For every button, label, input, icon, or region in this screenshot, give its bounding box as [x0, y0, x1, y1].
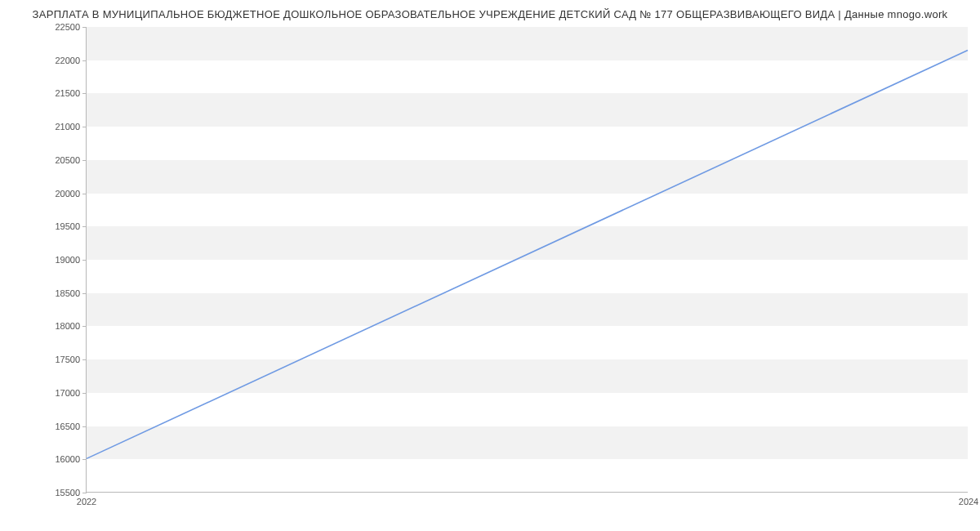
y-tick-mark	[82, 160, 87, 161]
y-tick-mark	[82, 226, 87, 227]
chart-wrap: 1550016000165001700017500180001850019000…	[8, 27, 972, 493]
data-line	[87, 50, 968, 458]
y-tick-mark	[82, 293, 87, 294]
y-tick-mark	[82, 359, 87, 360]
plot-area: 1550016000165001700017500180001850019000…	[86, 27, 968, 493]
y-tick-mark	[82, 326, 87, 327]
chart-title: ЗАРПЛАТА В МУНИЦИПАЛЬНОЕ БЮДЖЕТНОЕ ДОШКО…	[0, 0, 980, 20]
y-tick-mark	[82, 93, 87, 94]
y-tick-mark	[82, 27, 87, 28]
y-tick-mark	[82, 194, 87, 194]
y-tick-mark	[82, 459, 87, 460]
y-tick-mark	[82, 127, 87, 127]
y-tick-mark	[82, 426, 87, 427]
y-tick-mark	[82, 393, 87, 394]
y-tick-mark	[82, 260, 87, 261]
y-tick-mark	[82, 60, 87, 61]
line-series	[87, 27, 968, 492]
x-tick-label: 2022	[77, 492, 96, 506]
x-tick-label: 2024	[959, 492, 978, 506]
